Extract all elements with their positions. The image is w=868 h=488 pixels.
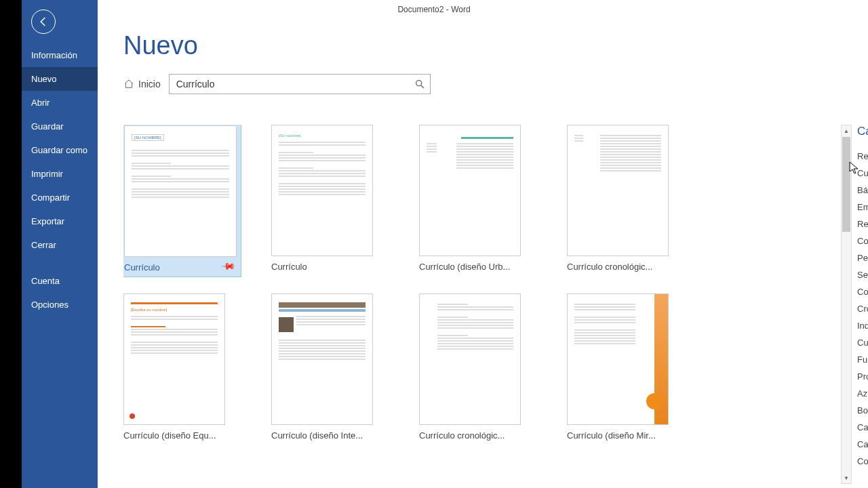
template-label: Currículo (diseño Urb...: [419, 262, 541, 272]
category-item[interactable]: Cronológico: [857, 300, 868, 317]
scroll-down[interactable]: ▼: [842, 472, 851, 483]
template-label: Currículo: [271, 262, 393, 272]
template-item[interactable]: Currículo (diseño Inte...: [271, 293, 393, 441]
template-thumbnail: [419, 293, 521, 425]
nav-item-exportar[interactable]: Exportar: [22, 209, 98, 233]
nav-item-cerrar[interactable]: Cerrar: [22, 233, 98, 257]
svg-point-0: [416, 81, 421, 86]
category-item[interactable]: Carta de presentación: [857, 436, 868, 453]
template-item[interactable]: Currículo cronológic...: [419, 293, 541, 441]
template-label: Currículo (diseño Mir...: [567, 430, 689, 441]
nav-item-imprimir[interactable]: Imprimir: [22, 162, 98, 186]
template-thumbnail: [567, 293, 669, 425]
template-thumbnail: [Escriba su nombre]: [123, 293, 225, 425]
category-item[interactable]: Currículum vítae específ: [857, 334, 868, 351]
template-item[interactable]: [SU NOMBRE]Currículo📌: [123, 125, 241, 277]
category-item[interactable]: Resúmenes básicos: [857, 148, 868, 165]
gallery-scrollbar[interactable]: ▲ ▼: [841, 125, 852, 484]
category-item[interactable]: Bordes: [857, 402, 868, 419]
category-item[interactable]: Contratación: [857, 232, 868, 249]
nav-item-abrir[interactable]: Abrir: [22, 91, 98, 115]
category-item[interactable]: Empresa: [857, 199, 868, 216]
arrow-left-icon: [37, 16, 50, 28]
nav-item-cuenta[interactable]: Cuenta: [22, 269, 98, 293]
template-item[interactable]: [Su nombre]Currículo: [271, 125, 393, 273]
template-label: Currículo (diseño Inte...: [271, 430, 393, 441]
category-item[interactable]: Azul: [857, 385, 868, 402]
template-item[interactable]: Currículo cronológic...: [567, 125, 689, 273]
category-item[interactable]: Conjuntos de diseño: [857, 283, 868, 300]
category-panel: Categoría Resúmenes básicosCurriculumBás…: [857, 125, 868, 488]
template-label: Currículo: [124, 262, 237, 272]
search-input[interactable]: [170, 79, 410, 89]
template-item[interactable]: Currículo (diseño Urb...: [419, 125, 541, 273]
scroll-thumb[interactable]: [842, 137, 850, 232]
category-item[interactable]: Recursos humanos: [857, 216, 868, 232]
search-box: [169, 74, 431, 94]
template-item[interactable]: [Escriba su nombre]Currículo (diseño Equ…: [123, 293, 245, 441]
template-label: Currículo (diseño Equ...: [123, 430, 245, 441]
template-thumbnail: [419, 125, 521, 256]
search-toolbar: Inicio: [123, 74, 868, 94]
titlebar: Documento2 - Word: [0, 0, 868, 19]
category-item[interactable]: Básico: [857, 182, 868, 199]
category-item[interactable]: Profesional: [857, 368, 868, 385]
home-icon: [123, 79, 134, 89]
search-icon: [414, 79, 425, 89]
nav-item-guardar[interactable]: Guardar: [22, 115, 98, 138]
search-button[interactable]: [410, 74, 430, 94]
category-item[interactable]: Carta: [857, 419, 868, 436]
home-label: Inicio: [138, 79, 161, 89]
main-content: Nuevo Inicio [SU NOMBRE]Currículo📌[Su no…: [98, 19, 868, 488]
category-title: Categoría: [857, 125, 868, 138]
window-title: Documento2 - Word: [397, 5, 470, 14]
backstage-sidebar: InformaciónNuevoAbrirGuardarGuardar como…: [22, 0, 98, 488]
back-button[interactable]: [31, 9, 56, 34]
template-thumbnail: [Su nombre]: [271, 125, 373, 256]
template-label: Currículo cronológic...: [567, 262, 689, 272]
template-item[interactable]: Currículo (diseño Mir...: [567, 293, 689, 441]
page-title: Nuevo: [123, 31, 868, 60]
category-item[interactable]: Personal: [857, 249, 868, 266]
nav-item-información[interactable]: Información: [22, 43, 98, 67]
category-item[interactable]: Sector: [857, 266, 868, 283]
nav-item-opciones[interactable]: Opciones: [22, 293, 98, 317]
template-thumbnail: [567, 125, 669, 256]
nav-item-nuevo[interactable]: Nuevo: [22, 67, 98, 91]
nav-item-compartir[interactable]: Compartir: [22, 186, 98, 209]
template-gallery: [SU NOMBRE]Currículo📌[Su nombre]Currícul…: [123, 125, 835, 488]
template-thumbnail: [271, 293, 373, 425]
category-item[interactable]: Conjunto de diseño de e: [857, 453, 868, 470]
category-item[interactable]: Funcional: [857, 351, 868, 368]
category-item[interactable]: Curriculum: [857, 165, 868, 182]
scroll-up[interactable]: ▲: [842, 125, 851, 136]
template-label: Currículo cronológic...: [419, 430, 541, 441]
category-item[interactable]: Individuo: [857, 317, 868, 334]
nav-item-guardar-como[interactable]: Guardar como: [22, 138, 98, 162]
template-thumbnail: [SU NOMBRE]: [124, 125, 237, 257]
home-link[interactable]: Inicio: [123, 79, 161, 89]
